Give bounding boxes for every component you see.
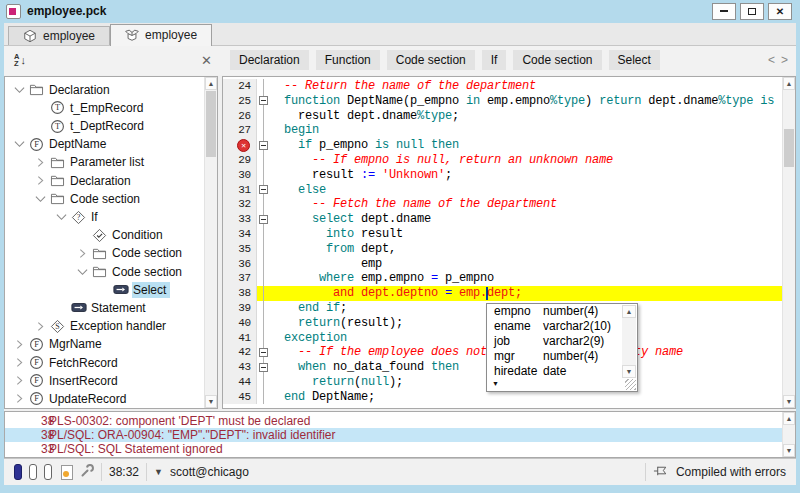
code-text[interactable]: -- If empno is null, return an unknown n… <box>270 153 782 168</box>
chevron-expanded-icon[interactable] <box>74 268 91 276</box>
code-text[interactable]: emp <box>270 256 782 271</box>
tree-item-code-section[interactable]: Code section <box>5 263 217 281</box>
fold-collapse-icon[interactable] <box>259 96 268 105</box>
window-state-icon[interactable] <box>44 464 52 480</box>
tree-item-mgrname[interactable]: FMgrName <box>5 335 217 353</box>
code-text[interactable]: result := 'Unknown'; <box>270 167 782 182</box>
tree-item-parameter-list[interactable]: Parameter list <box>5 153 217 171</box>
nav-back-icon[interactable]: < <box>768 53 775 67</box>
window-state-active-icon[interactable] <box>14 464 22 480</box>
crumb-declaration[interactable]: Declaration <box>230 50 309 70</box>
code-text[interactable]: select dept.dname <box>270 212 782 227</box>
tree-item-code-section[interactable]: Code section <box>5 244 217 262</box>
scroll-down-icon[interactable]: ▼ <box>783 395 795 408</box>
scroll-thumb[interactable] <box>784 129 794 167</box>
chevron-collapsed-icon[interactable] <box>11 357 28 368</box>
scroll-up-icon[interactable]: ▲ <box>622 305 636 318</box>
scroll-thumb[interactable] <box>206 91 216 157</box>
editor-scrollbar[interactable]: ▲ ▼ <box>782 77 795 408</box>
crumb-code-section[interactable]: Code section <box>513 50 601 70</box>
error-row[interactable]: 33PL/SQL: SQL Statement ignored <box>5 442 795 456</box>
code-text[interactable]: -- Fetch the name of the department <box>270 197 782 212</box>
fold-collapse-icon[interactable] <box>259 141 268 150</box>
tree-item-code-section[interactable]: Code section <box>5 190 217 208</box>
crumb-select[interactable]: Select <box>609 50 660 70</box>
error-row[interactable]: 38PL/SQL: ORA-00904: "EMP"."DEPT": inval… <box>5 428 795 442</box>
chevron-expanded-icon[interactable] <box>11 86 28 94</box>
tree-item-label: DeptName <box>48 136 110 152</box>
more-below-icon[interactable]: ▼ <box>492 380 499 387</box>
connection-label[interactable]: scott@chicago <box>170 465 249 479</box>
scroll-up-icon[interactable]: ▲ <box>783 77 795 90</box>
tree-item-declaration[interactable]: Declaration <box>5 81 217 99</box>
minimize-button[interactable] <box>712 3 736 20</box>
fold-collapse-icon[interactable] <box>259 185 268 194</box>
chevron-collapsed-icon[interactable] <box>32 175 49 186</box>
tree-item-deptname[interactable]: FDeptName <box>5 135 217 153</box>
chevron-expanded-icon[interactable] <box>32 195 49 203</box>
nav-forward-icon[interactable]: > <box>781 53 788 67</box>
chevron-expanded-icon[interactable] <box>53 213 70 221</box>
chevron-collapsed-icon[interactable] <box>74 248 91 259</box>
error-row[interactable]: 38PLS-00302: component 'DEPT' must be de… <box>5 414 795 428</box>
fold-collapse-icon[interactable] <box>259 215 268 224</box>
scroll-down-icon[interactable]: ▼ <box>622 365 636 378</box>
chevron-collapsed-icon[interactable] <box>11 393 28 404</box>
tree-item-select[interactable]: Select <box>5 281 217 299</box>
code-text[interactable]: result dept.dname%type; <box>270 108 782 123</box>
chevron-collapsed-icon[interactable] <box>32 157 49 168</box>
scroll-up-icon[interactable]: ▲ <box>205 77 217 90</box>
chevron-collapsed-icon[interactable] <box>11 375 28 386</box>
maximize-button[interactable] <box>740 3 764 20</box>
code-text[interactable]: where emp.empno = p_empno <box>270 271 782 286</box>
tab-employee[interactable]: employee <box>110 24 212 46</box>
errors-scrollbar[interactable]: ▲ ▼ <box>782 412 795 457</box>
completion-item-hiredate[interactable]: hiredatedate <box>487 364 637 379</box>
tree-item-condition[interactable]: Condition <box>5 226 217 244</box>
tree-item-exception-handler[interactable]: SException handler <box>5 317 217 335</box>
connection-dropdown-icon[interactable]: ▼ <box>154 467 163 477</box>
chevron-expanded-icon[interactable] <box>11 140 28 148</box>
code-text[interactable]: else <box>270 182 782 197</box>
completion-item-mgr[interactable]: mgrnumber(4) <box>487 349 637 364</box>
code-text[interactable]: if p_empno is null then <box>270 138 782 153</box>
code-line-30: 30 result := 'Unknown'; <box>223 167 782 182</box>
tree-item-if[interactable]: ?If <box>5 208 217 226</box>
code-editor[interactable]: 24 -- Return the name of the department2… <box>222 76 796 409</box>
chevron-collapsed-icon[interactable] <box>11 339 28 350</box>
crumb-code-section[interactable]: Code section <box>387 50 475 70</box>
tree-item-insertrecord[interactable]: FInsertRecord <box>5 372 217 390</box>
completion-rows: empnonumber(4)enamevarchar2(10)jobvarcha… <box>487 304 637 379</box>
tree-item-fetchrecord[interactable]: FFetchRecord <box>5 353 217 371</box>
completion-item-ename[interactable]: enamevarchar2(10) <box>487 319 637 334</box>
close-panel-icon[interactable]: ✕ <box>201 53 212 68</box>
crumb-if[interactable]: If <box>482 50 507 70</box>
tab-employee[interactable]: employee <box>8 26 110 45</box>
crumb-function[interactable]: Function <box>316 50 380 70</box>
tree-item-t_emprecord[interactable]: Tt_EmpRecord <box>5 99 217 117</box>
fold-collapse-icon[interactable] <box>259 348 268 357</box>
fold-collapse-icon[interactable] <box>259 363 268 372</box>
code-text[interactable]: into result <box>270 227 782 242</box>
popup-scrollbar[interactable]: ▲ ▼ <box>622 305 636 378</box>
tree-item-declaration[interactable]: Declaration <box>5 172 217 190</box>
scroll-down-icon[interactable]: ▼ <box>205 395 217 408</box>
tree-item-updaterecord[interactable]: FUpdateRecord <box>5 390 217 408</box>
close-button[interactable]: ✕ <box>768 3 792 20</box>
chevron-collapsed-icon[interactable] <box>32 321 49 332</box>
completion-item-job[interactable]: jobvarchar2(9) <box>487 334 637 349</box>
scroll-down-icon[interactable]: ▼ <box>783 444 795 457</box>
completion-item-empno[interactable]: empnonumber(4) <box>487 304 637 319</box>
code-text[interactable]: function DeptName(p_empno in emp.empno%t… <box>270 93 782 108</box>
popup-resize-grip[interactable] <box>625 379 636 390</box>
code-text[interactable]: and dept.deptno = emp.dept; <box>270 286 782 301</box>
code-text[interactable]: from dept, <box>270 241 782 256</box>
tree-scrollbar[interactable]: ▲ ▼ <box>204 77 217 408</box>
tree-item-t_deptrecord[interactable]: Tt_DeptRecord <box>5 117 217 135</box>
sort-az-icon[interactable]: AZ↓ <box>14 53 26 67</box>
window-state-icon[interactable] <box>29 464 37 480</box>
code-text[interactable]: -- Return the name of the department <box>270 79 782 94</box>
code-text[interactable]: begin <box>270 123 782 138</box>
scroll-up-icon[interactable]: ▲ <box>783 412 795 425</box>
tree-item-statement[interactable]: Statement <box>5 299 217 317</box>
